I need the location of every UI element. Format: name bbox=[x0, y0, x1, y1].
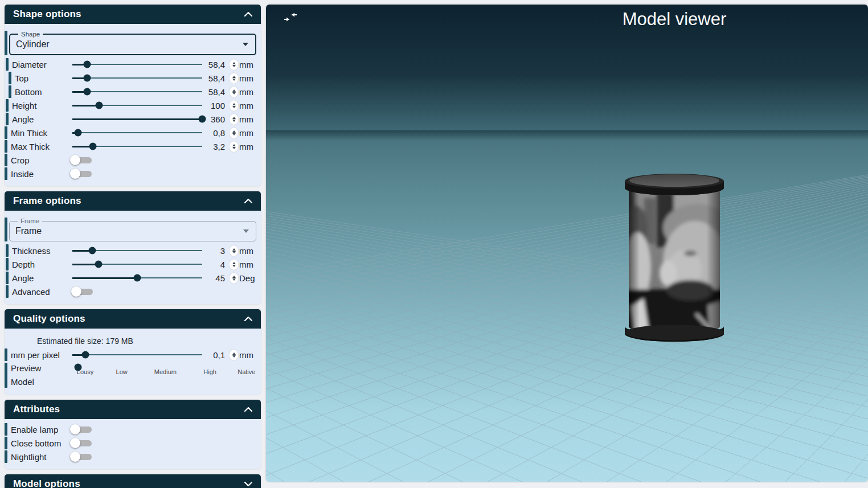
max-thick-value: 3,2 bbox=[202, 142, 225, 151]
accent-bar bbox=[5, 423, 7, 436]
unit-label: mm bbox=[239, 246, 256, 256]
enable-lamp-toggle[interactable] bbox=[70, 424, 92, 434]
accent-bar bbox=[9, 72, 11, 84]
accent-bar bbox=[5, 126, 7, 139]
model-label: Model bbox=[11, 375, 78, 389]
section-header-quality-options[interactable]: Quality options bbox=[5, 309, 261, 329]
unit-label: mm bbox=[239, 73, 256, 83]
accent-bar bbox=[9, 85, 11, 98]
row-label: Height bbox=[12, 101, 72, 110]
slider-thumb[interactable] bbox=[89, 143, 97, 150]
cylinder-bottom-rim bbox=[625, 325, 724, 342]
section-attributes: Attributes Enable lamp Close bottom Nigh… bbox=[5, 400, 261, 469]
accent-bar bbox=[6, 58, 9, 71]
up-down-stepper-icon[interactable] bbox=[230, 59, 238, 70]
mark-label: Medium bbox=[154, 368, 177, 375]
accent-bar bbox=[5, 437, 7, 449]
accent-bar bbox=[5, 363, 7, 388]
section-title: Model options bbox=[13, 478, 80, 488]
row-label: Top bbox=[15, 73, 72, 83]
slider-thumb[interactable] bbox=[83, 75, 91, 82]
crop-toggle[interactable] bbox=[70, 155, 92, 165]
bottom-row: Bottom 58,4 mm bbox=[5, 85, 261, 99]
lithophane-cylinder-model[interactable] bbox=[623, 174, 731, 342]
slider-thumb[interactable] bbox=[89, 247, 96, 255]
slider-thumb[interactable] bbox=[75, 129, 82, 137]
slider-thumb[interactable] bbox=[82, 351, 89, 359]
up-down-stepper-icon[interactable] bbox=[230, 114, 238, 125]
up-down-stepper-icon[interactable] bbox=[230, 259, 238, 270]
frame-select[interactable]: Frame Frame bbox=[9, 218, 256, 241]
mm-per-pixel-slider[interactable] bbox=[72, 350, 202, 359]
up-down-stepper-icon[interactable] bbox=[230, 273, 238, 284]
mark-label: Native bbox=[238, 368, 255, 375]
chevron-up-icon bbox=[244, 199, 252, 203]
accent-bar bbox=[5, 31, 7, 55]
slider-thumb[interactable] bbox=[199, 116, 206, 123]
quality-level-labels: Preview Model bbox=[11, 362, 78, 389]
chevron-down-icon bbox=[244, 482, 252, 486]
row-label: Angle bbox=[12, 114, 72, 124]
sky-background bbox=[266, 5, 868, 132]
row-label: Crop bbox=[11, 155, 70, 165]
slider-thumb[interactable] bbox=[95, 102, 103, 109]
row-label: Advanced bbox=[12, 287, 71, 297]
row-label: Diameter bbox=[12, 60, 72, 69]
thickness-value: 3 bbox=[202, 246, 225, 256]
slider-thumb[interactable] bbox=[134, 274, 141, 282]
chevron-up-icon bbox=[244, 12, 252, 17]
diameter-slider[interactable] bbox=[72, 60, 202, 69]
row-label: Inside bbox=[11, 169, 70, 179]
height-row: Height 100 mm bbox=[5, 99, 261, 112]
up-down-stepper-icon[interactable] bbox=[230, 350, 238, 360]
up-down-stepper-icon[interactable] bbox=[230, 245, 238, 256]
min-thick-slider[interactable] bbox=[72, 128, 202, 137]
section-title: Attributes bbox=[13, 404, 60, 415]
depth-value: 4 bbox=[202, 260, 225, 269]
row-label: Max Thick bbox=[11, 142, 72, 151]
frame-select-label: Frame bbox=[18, 218, 42, 224]
max-thick-slider[interactable] bbox=[72, 142, 202, 151]
mark-label: Low bbox=[116, 368, 128, 375]
shape-select-label: Shape bbox=[18, 31, 43, 38]
depth-slider[interactable] bbox=[72, 260, 202, 269]
nightlight-toggle[interactable] bbox=[70, 452, 92, 462]
close-bottom-row: Close bottom bbox=[5, 436, 261, 450]
advanced-toggle[interactable] bbox=[71, 286, 93, 297]
row-label: Angle bbox=[12, 273, 72, 283]
height-value: 100 bbox=[202, 101, 225, 110]
frame-select-value: Frame bbox=[15, 226, 42, 236]
section-header-frame-options[interactable]: Frame options bbox=[5, 191, 261, 211]
section-header-shape-options[interactable]: Shape options bbox=[5, 5, 261, 24]
up-down-stepper-icon[interactable] bbox=[230, 141, 238, 152]
section-header-model-options[interactable]: Model options bbox=[5, 474, 261, 488]
shape-select[interactable]: Shape Cylinder bbox=[9, 31, 256, 55]
up-down-stepper-icon[interactable] bbox=[230, 128, 238, 138]
up-down-stepper-icon[interactable] bbox=[230, 73, 238, 84]
top-diameter-slider[interactable] bbox=[72, 73, 202, 83]
section-header-attributes[interactable]: Attributes bbox=[5, 400, 261, 419]
slider-thumb[interactable] bbox=[83, 61, 91, 68]
row-label: Depth bbox=[12, 260, 72, 269]
close-bottom-toggle[interactable] bbox=[70, 438, 92, 448]
section-content-attributes: Enable lamp Close bottom Nightlight bbox=[5, 419, 261, 469]
frame-angle-slider[interactable] bbox=[72, 273, 202, 282]
height-slider[interactable] bbox=[72, 101, 202, 110]
viewer-title: Model viewer bbox=[623, 9, 727, 30]
unit-label: mm bbox=[239, 114, 256, 124]
slider-thumb[interactable] bbox=[95, 261, 103, 268]
slider-thumb[interactable] bbox=[83, 88, 91, 96]
thickness-slider[interactable] bbox=[72, 246, 202, 255]
up-down-stepper-icon[interactable] bbox=[230, 100, 238, 111]
model-viewer-panel[interactable]: Model viewer bbox=[266, 5, 868, 482]
up-down-stepper-icon[interactable] bbox=[230, 87, 238, 97]
angle-slider[interactable] bbox=[72, 114, 202, 124]
bottom-diameter-slider[interactable] bbox=[72, 87, 202, 96]
section-title: Shape options bbox=[13, 9, 81, 20]
3d-scene-canvas[interactable] bbox=[266, 5, 868, 482]
inside-toggle[interactable] bbox=[70, 169, 92, 179]
accent-bar bbox=[6, 113, 9, 125]
collapse-horizontal-icon[interactable] bbox=[283, 10, 298, 24]
quality-level-row: Preview Model Lousy Low M bbox=[5, 362, 261, 389]
bottom-diameter-value: 58,4 bbox=[202, 87, 225, 97]
